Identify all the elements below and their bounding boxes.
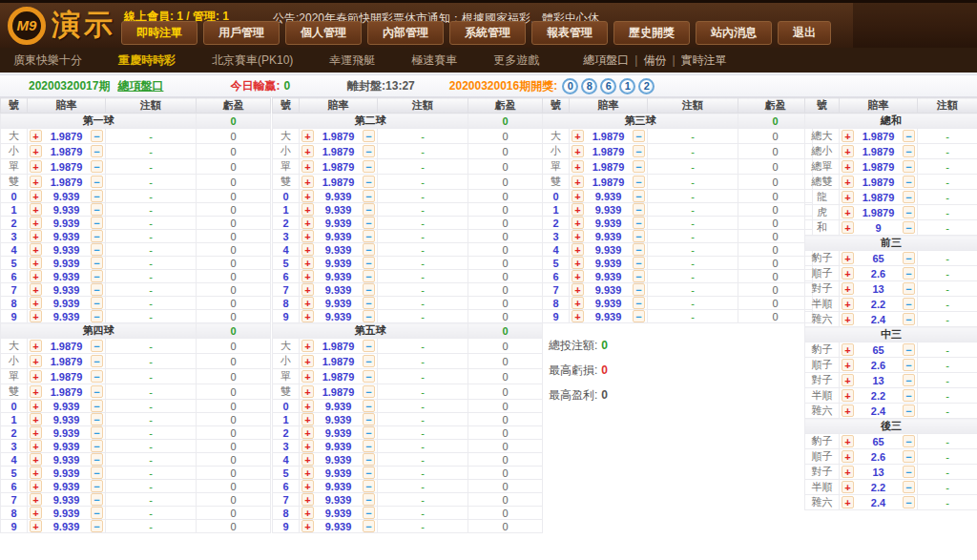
odds-increase-button[interactable]: + <box>30 426 42 439</box>
odds-increase-button[interactable]: + <box>30 507 42 519</box>
odds-increase-button[interactable]: + <box>572 160 584 173</box>
odds-increase-button[interactable]: + <box>30 217 42 229</box>
odds-increase-button[interactable]: + <box>842 466 854 478</box>
odds-increase-button[interactable]: + <box>572 190 584 202</box>
odds-increase-button[interactable]: + <box>30 176 42 188</box>
main-nav-button[interactable]: 退出 <box>778 21 831 45</box>
odds-decrease-button[interactable]: − <box>363 217 375 229</box>
odds-decrease-button[interactable]: − <box>363 297 375 309</box>
odds-increase-button[interactable]: + <box>572 243 584 256</box>
odds-increase-button[interactable]: + <box>301 270 314 282</box>
odds-decrease-button[interactable]: − <box>363 467 375 479</box>
odds-increase-button[interactable]: + <box>572 217 584 229</box>
odds-decrease-button[interactable]: − <box>363 203 375 216</box>
odds-increase-button[interactable]: + <box>301 283 314 296</box>
odds-decrease-button[interactable]: − <box>633 257 645 269</box>
odds-increase-button[interactable]: + <box>301 453 314 466</box>
odds-increase-button[interactable]: + <box>301 507 314 519</box>
odds-decrease-button[interactable]: − <box>633 310 645 322</box>
odds-increase-button[interactable]: + <box>301 310 314 322</box>
odds-decrease-button[interactable]: − <box>363 520 375 532</box>
odds-decrease-button[interactable]: − <box>91 480 103 492</box>
odds-decrease-button[interactable]: − <box>903 130 915 142</box>
odds-increase-button[interactable]: + <box>301 467 314 479</box>
odds-increase-button[interactable]: + <box>842 176 854 188</box>
odds-increase-button[interactable]: + <box>301 385 314 398</box>
odds-decrease-button[interactable]: − <box>363 283 375 296</box>
main-nav-button[interactable]: 個人管理 <box>285 21 362 45</box>
odds-decrease-button[interactable]: − <box>363 176 375 188</box>
odds-decrease-button[interactable]: − <box>903 298 915 310</box>
odds-decrease-button[interactable]: − <box>91 145 103 157</box>
odds-increase-button[interactable]: + <box>30 340 42 352</box>
odds-increase-button[interactable]: + <box>572 257 584 269</box>
odds-decrease-button[interactable]: − <box>363 243 375 256</box>
odds-increase-button[interactable]: + <box>301 493 314 506</box>
odds-decrease-button[interactable]: − <box>633 283 645 296</box>
odds-increase-button[interactable]: + <box>30 310 42 322</box>
odds-decrease-button[interactable]: − <box>91 297 103 309</box>
odds-decrease-button[interactable]: − <box>363 370 375 383</box>
odds-decrease-button[interactable]: − <box>903 435 915 447</box>
odds-increase-button[interactable]: + <box>842 191 854 203</box>
odds-decrease-button[interactable]: − <box>633 130 645 142</box>
odds-decrease-button[interactable]: − <box>363 145 375 157</box>
game-tab[interactable]: 更多遊戲 <box>482 52 551 69</box>
odds-decrease-button[interactable]: − <box>903 313 915 325</box>
odds-decrease-button[interactable]: − <box>363 440 375 452</box>
odds-decrease-button[interactable]: − <box>91 190 103 202</box>
odds-decrease-button[interactable]: − <box>91 270 103 282</box>
odds-increase-button[interactable]: + <box>30 243 42 256</box>
main-nav-button[interactable]: 站內消息 <box>696 21 772 45</box>
odds-decrease-button[interactable]: − <box>363 310 375 322</box>
odds-increase-button[interactable]: + <box>301 370 314 383</box>
odds-increase-button[interactable]: + <box>842 313 854 325</box>
odds-decrease-button[interactable]: − <box>903 267 915 280</box>
odds-increase-button[interactable]: + <box>842 252 854 264</box>
odds-increase-button[interactable]: + <box>842 206 854 218</box>
odds-increase-button[interactable]: + <box>572 130 584 142</box>
odds-decrease-button[interactable]: − <box>363 480 375 492</box>
odds-decrease-button[interactable]: − <box>91 160 103 173</box>
odds-decrease-button[interactable]: − <box>91 426 103 439</box>
odds-decrease-button[interactable]: − <box>633 217 645 229</box>
odds-increase-button[interactable]: + <box>301 203 314 216</box>
odds-decrease-button[interactable]: − <box>903 343 915 356</box>
odds-increase-button[interactable]: + <box>30 355 42 367</box>
odds-decrease-button[interactable]: − <box>91 257 103 269</box>
odds-decrease-button[interactable]: − <box>363 426 375 439</box>
odds-decrease-button[interactable]: − <box>91 467 103 479</box>
odds-increase-button[interactable]: + <box>572 176 584 188</box>
odds-increase-button[interactable]: + <box>30 480 42 492</box>
game-tab[interactable]: 極速賽車 <box>400 52 468 69</box>
odds-increase-button[interactable]: + <box>842 496 854 508</box>
odds-increase-button[interactable]: + <box>301 145 314 157</box>
odds-increase-button[interactable]: + <box>30 145 42 157</box>
odds-decrease-button[interactable]: − <box>91 203 103 216</box>
odds-decrease-button[interactable]: − <box>363 385 375 398</box>
odds-decrease-button[interactable]: − <box>903 389 915 402</box>
odds-increase-button[interactable]: + <box>301 480 314 492</box>
odds-increase-button[interactable]: + <box>301 520 314 532</box>
odds-increase-button[interactable]: + <box>842 343 854 356</box>
odds-decrease-button[interactable]: − <box>363 160 375 173</box>
main-nav-button[interactable]: 歷史開獎 <box>613 21 690 45</box>
odds-decrease-button[interactable]: − <box>363 340 375 352</box>
odds-increase-button[interactable]: + <box>301 217 314 229</box>
odds-decrease-button[interactable]: − <box>903 359 915 371</box>
main-nav-button[interactable]: 內部管理 <box>367 21 444 45</box>
odds-increase-button[interactable]: + <box>842 404 854 417</box>
odds-increase-button[interactable]: + <box>572 203 584 216</box>
odds-increase-button[interactable]: + <box>30 520 42 532</box>
odds-decrease-button[interactable]: − <box>91 310 103 322</box>
odds-decrease-button[interactable]: − <box>903 450 915 463</box>
odds-decrease-button[interactable]: − <box>363 270 375 282</box>
odds-increase-button[interactable]: + <box>30 230 42 242</box>
odds-decrease-button[interactable]: − <box>91 340 103 352</box>
odds-decrease-button[interactable]: − <box>363 230 375 242</box>
odds-decrease-button[interactable]: − <box>91 520 103 532</box>
odds-decrease-button[interactable]: − <box>363 355 375 367</box>
odds-decrease-button[interactable]: − <box>903 404 915 417</box>
main-nav-button[interactable]: 即時注單 <box>121 21 197 45</box>
odds-increase-button[interactable]: + <box>842 267 854 280</box>
